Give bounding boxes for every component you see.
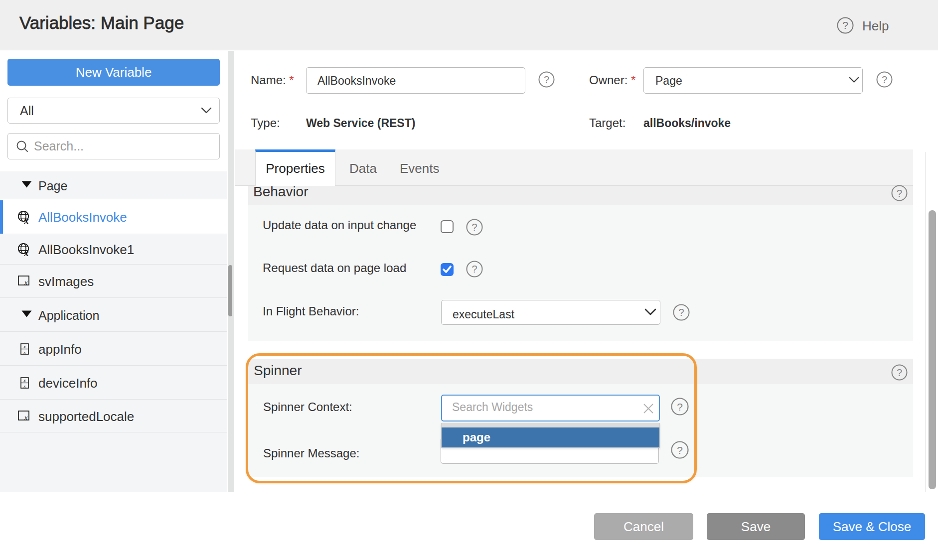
svg-text:?: ? <box>897 367 902 378</box>
svg-text:x: x <box>24 279 28 286</box>
svg-text:?: ? <box>842 19 848 31</box>
svg-text:?: ? <box>544 74 549 85</box>
svg-text:x: x <box>23 349 26 354</box>
svg-text:x: x <box>24 248 29 257</box>
svg-text:?: ? <box>471 264 477 275</box>
svg-text:x: x <box>24 414 28 421</box>
svg-text:?: ? <box>882 74 887 85</box>
svg-text:?: ? <box>471 222 477 233</box>
svg-text:x: x <box>23 383 26 388</box>
svg-text:?: ? <box>678 307 684 318</box>
svg-text:?: ? <box>897 188 902 199</box>
svg-text:x: x <box>23 377 26 383</box>
svg-text:x: x <box>24 216 29 224</box>
svg-text:x: x <box>23 343 26 349</box>
